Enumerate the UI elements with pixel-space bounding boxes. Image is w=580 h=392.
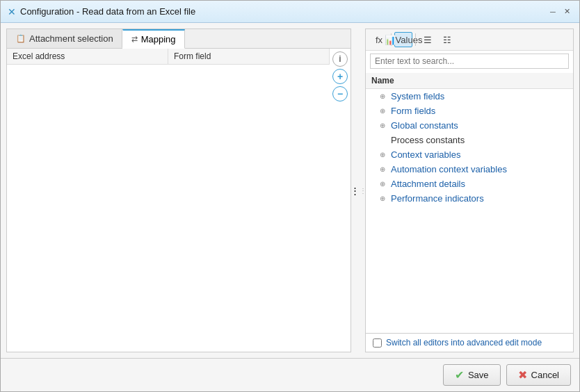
col-form-field: Form field [168, 49, 330, 64]
tree-label-form-fields: Form fields [391, 106, 435, 116]
tree-item-performance-indicators[interactable]: ⊕ Performance indicators [366, 191, 573, 206]
window-title: Configuration - Read data from an Excel … [20, 6, 195, 17]
tree-label-context-variables: Context variables [391, 149, 460, 160]
mapping-tab-icon: ⇄ [131, 35, 138, 44]
expand-icon-system-fields: ⊕ [380, 92, 388, 100]
advanced-mode-row: Switch all editors into advanced edit mo… [373, 338, 542, 348]
right-toolbar: fx 📊 Values ☰ ☷ [366, 29, 573, 51]
info-button[interactable]: i [332, 51, 348, 67]
right-panel: fx 📊 Values ☰ ☷ N [365, 28, 574, 352]
footer: ✔ Save ✖ Cancel [1, 358, 579, 391]
expand-icon-automation-context: ⊕ [380, 165, 388, 173]
tab-bar: 📋 Attachment selection ⇄ Mapping [7, 29, 351, 49]
advanced-mode-checkbox[interactable] [373, 338, 382, 348]
save-icon: ✔ [455, 368, 464, 382]
expand-icon-context-variables: ⊕ [380, 151, 388, 158]
col-excel-address: Excel address [7, 49, 168, 64]
action-icons-column: i + − [330, 49, 351, 352]
tree-item-system-fields[interactable]: ⊕ System fields [366, 89, 573, 104]
values-icon: 📊 [385, 35, 396, 45]
expand-icon-form-fields: ⊕ [380, 107, 388, 115]
tab-mapping[interactable]: ⇄ Mapping [122, 29, 185, 49]
mapping-area: Excel address Form field i + − [7, 49, 351, 352]
list-icon-2: ☷ [443, 35, 451, 45]
tree-area: Name ⊕ System fields ⊕ Form fields ⊕ Glo… [366, 72, 573, 333]
tree-item-context-variables[interactable]: ⊕ Context variables [366, 147, 573, 162]
table-header: Excel address Form field [7, 49, 330, 65]
main-content: 📋 Attachment selection ⇄ Mapping Excel a… [1, 23, 579, 358]
search-box [370, 54, 569, 69]
tree-label-system-fields: System fields [391, 91, 444, 101]
mapping-table: Excel address Form field [7, 49, 330, 352]
tree-item-global-constants[interactable]: ⊕ Global constants [366, 118, 573, 133]
panel-resizer[interactable]: ⋮ [357, 28, 360, 352]
main-window: ✕ Configuration - Read data from an Exce… [0, 0, 580, 392]
tree-label-global-constants: Global constants [391, 120, 458, 131]
left-panel: 📋 Attachment selection ⇄ Mapping Excel a… [6, 28, 351, 352]
tree-label-process-constants: Process constants [391, 135, 465, 145]
title-bar: ✕ Configuration - Read data from an Exce… [1, 1, 579, 23]
advanced-mode-area: Switch all editors into advanced edit mo… [366, 333, 573, 352]
close-button[interactable]: ✕ [561, 6, 572, 17]
cancel-label: Cancel [531, 370, 559, 380]
values-button[interactable]: 📊 Values [394, 32, 412, 47]
tab-mapping-label: Mapping [141, 34, 176, 44]
resizer-icon: ⋮ [351, 186, 360, 196]
minimize-button[interactable]: ─ [547, 6, 558, 17]
fx-icon: fx [376, 35, 382, 45]
title-buttons[interactable]: ─ ✕ [547, 6, 572, 17]
tree-label-attachment-details: Attachment details [391, 179, 465, 189]
cancel-button[interactable]: ✖ Cancel [506, 364, 571, 386]
save-button[interactable]: ✔ Save [443, 364, 501, 386]
toolbar-separator-2 [415, 33, 416, 46]
tab-attachment-label: Attachment selection [29, 33, 113, 44]
add-row-button[interactable]: + [332, 69, 348, 84]
tree-header: Name [366, 73, 573, 89]
title-bar-left: ✕ Configuration - Read data from an Exce… [8, 6, 195, 17]
tree-label-performance-indicators: Performance indicators [391, 193, 484, 204]
tree-label-automation-context: Automation context variables [391, 164, 507, 174]
app-icon: ✕ [8, 6, 16, 17]
expand-icon-global-constants: ⊕ [380, 122, 388, 129]
attachment-tab-icon: 📋 [16, 34, 26, 43]
tree-item-automation-context[interactable]: ⊕ Automation context variables [366, 162, 573, 177]
search-input[interactable] [370, 54, 569, 69]
list-view-button-1[interactable]: ☰ [419, 32, 437, 47]
save-label: Save [468, 370, 489, 380]
tab-attachment[interactable]: 📋 Attachment selection [7, 29, 122, 48]
tree-item-attachment-details[interactable]: ⊕ Attachment details [366, 177, 573, 191]
advanced-mode-label: Switch all editors into advanced edit mo… [386, 338, 542, 348]
cancel-icon: ✖ [518, 368, 527, 382]
tree-item-process-constants[interactable]: Process constants [366, 133, 573, 147]
list-view-button-2[interactable]: ☷ [438, 32, 456, 47]
tree-item-form-fields[interactable]: ⊕ Form fields [366, 104, 573, 118]
expand-icon-performance-indicators: ⊕ [380, 195, 388, 202]
list-icon-1: ☰ [424, 35, 432, 45]
remove-row-button[interactable]: − [332, 86, 348, 101]
expand-icon-attachment-details: ⊕ [380, 180, 388, 188]
